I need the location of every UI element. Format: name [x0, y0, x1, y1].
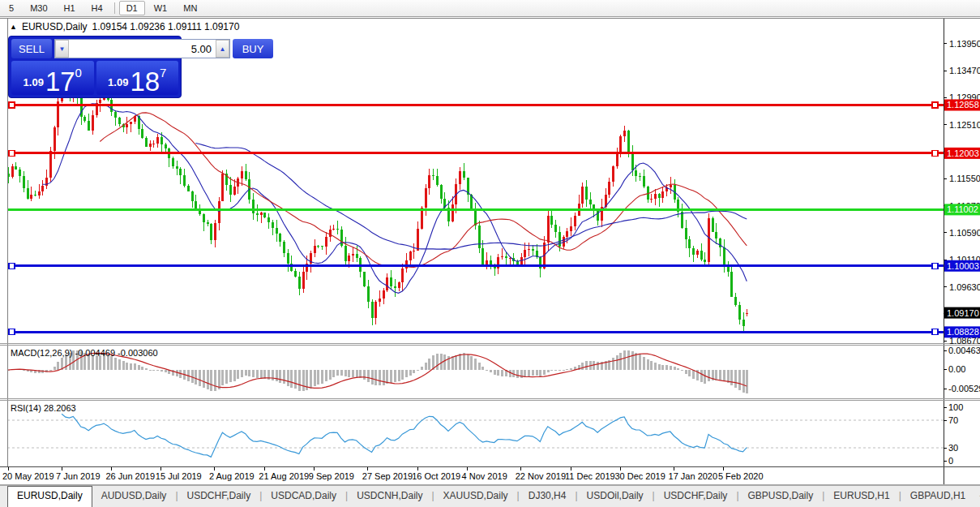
- tab-scroll-controls: ◄►: [974, 486, 980, 507]
- toolbar-separator: [114, 2, 115, 14]
- svg-text:1.11550: 1.11550: [949, 174, 980, 183]
- chart-title: ▲ EURUSD,Daily 1.09154 1.09236 1.09111 1…: [10, 21, 239, 32]
- svg-text:30: 30: [948, 443, 958, 453]
- chart-tab-USDOil-Daily[interactable]: USDOil,Daily: [578, 486, 653, 507]
- symbol-period-label: EURUSD,Daily: [22, 21, 88, 32]
- svg-text:16 Oct 2019: 16 Oct 2019: [412, 471, 460, 481]
- buy-price-base: 1.09: [108, 76, 128, 88]
- svg-text:1.09630: 1.09630: [949, 282, 980, 292]
- macd-indicator-label: MACD(12,26,9) -0.004469 -0.003060: [11, 348, 158, 358]
- svg-text:1.13950: 1.13950: [949, 39, 980, 49]
- timeframe-button-H4[interactable]: H4: [84, 1, 110, 15]
- mt4-window: 5M30H1H4D1W1MN 1.139501.134701.129901.12…: [0, 0, 980, 507]
- svg-text:30 Dec 2019: 30 Dec 2019: [614, 471, 665, 481]
- volume-input[interactable]: [69, 40, 216, 58]
- svg-text:7 Jun 2019: 7 Jun 2019: [56, 471, 100, 481]
- svg-text:4 Nov 2019: 4 Nov 2019: [462, 471, 507, 481]
- buy-price-display[interactable]: 1.09 18 7: [96, 61, 179, 95]
- svg-text:1.11002: 1.11002: [947, 204, 978, 214]
- one-click-trading-panel: SELL ▼ ▲ BUY 1.09 17 0 1.09 18 7: [8, 36, 182, 98]
- ohlc-values: 1.09154 1.09236 1.09111 1.09170: [92, 21, 240, 32]
- svg-text:1.13470: 1.13470: [949, 66, 980, 75]
- chart-tab-USDCHF-Daily[interactable]: USDCHF,Daily: [655, 486, 737, 507]
- rsi-indicator-label: RSI(14) 28.2063: [11, 403, 76, 413]
- svg-text:-0.005299: -0.005299: [948, 384, 980, 393]
- volume-spinner: ▼ ▲: [54, 39, 230, 58]
- svg-text:26 Jun 2019: 26 Jun 2019: [105, 471, 155, 481]
- svg-text:1.12003: 1.12003: [947, 148, 979, 158]
- svg-text:0: 0: [948, 456, 953, 466]
- svg-text:5 Feb 2020: 5 Feb 2020: [718, 471, 764, 481]
- timeframe-button-D1[interactable]: D1: [119, 1, 145, 15]
- buy-price-point: 7: [160, 66, 166, 79]
- timeframe-button-M30[interactable]: M30: [23, 1, 54, 15]
- chart-tab-EURUSD-Daily[interactable]: EURUSD,Daily: [7, 486, 92, 507]
- volume-increase-icon[interactable]: ▲: [216, 40, 229, 58]
- timeframe-button-5[interactable]: 5: [2, 1, 21, 15]
- svg-text:21 Aug 2019: 21 Aug 2019: [259, 471, 309, 481]
- chart-tab-USDCHF-Daily[interactable]: USDCHF,Daily: [178, 486, 260, 507]
- chart-tab-GBPAUD-H1[interactable]: GBPAUD,H1: [901, 486, 974, 507]
- chart-tab-XAUUSD-Daily[interactable]: XAUUSD,Daily: [434, 486, 517, 507]
- chart-tab-bar: EURUSD,DailyAUDUSD,Daily|USDCHF,Daily|US…: [0, 485, 980, 507]
- chart-tab-AUDUSD-Daily[interactable]: AUDUSD,Daily: [92, 486, 176, 507]
- svg-text:1.09170: 1.09170: [947, 308, 979, 318]
- svg-text:1.08828: 1.08828: [947, 327, 979, 337]
- buy-button[interactable]: BUY: [233, 39, 273, 58]
- svg-text:9 Sep 2019: 9 Sep 2019: [309, 471, 354, 481]
- svg-text:17 Jan 2020: 17 Jan 2020: [669, 471, 718, 481]
- chart-tab-USDCNH-Daily[interactable]: USDCNH,Daily: [348, 486, 431, 507]
- svg-text:15 Jul 2019: 15 Jul 2019: [156, 471, 202, 481]
- svg-text:11 Dec 2019: 11 Dec 2019: [565, 471, 615, 481]
- svg-text:0.00: 0.00: [948, 364, 965, 374]
- chart-tab-DJ30-H4[interactable]: DJ30,H4: [520, 486, 576, 507]
- one-click-panel-toggle-icon[interactable]: ▲: [10, 23, 17, 31]
- sell-price-pips: 17: [45, 71, 75, 92]
- chart-tab-GBPUSD-Daily[interactable]: GBPUSD,Daily: [739, 486, 823, 507]
- timeframe-button-H1[interactable]: H1: [57, 1, 83, 15]
- chart-tab-USDCAD-Daily[interactable]: USDCAD,Daily: [262, 486, 345, 507]
- svg-text:1.12510: 1.12510: [949, 120, 980, 130]
- svg-text:0.00463: 0.00463: [948, 346, 980, 355]
- sell-price-point: 0: [75, 66, 82, 79]
- svg-text:100: 100: [948, 402, 963, 412]
- chart-tab-EURUSD-H1[interactable]: EURUSD,H1: [824, 486, 898, 507]
- timeframe-button-MN[interactable]: MN: [176, 1, 204, 15]
- sell-price-base: 1.09: [24, 76, 44, 88]
- svg-text:22 Nov 2019: 22 Nov 2019: [516, 471, 566, 481]
- svg-text:1.10003: 1.10003: [947, 261, 979, 271]
- sell-button[interactable]: SELL: [11, 39, 52, 58]
- svg-text:20 May 2019: 20 May 2019: [2, 471, 54, 481]
- svg-text:27 Sep 2019: 27 Sep 2019: [362, 471, 413, 481]
- sell-price-display[interactable]: 1.09 17 0: [11, 61, 94, 95]
- svg-text:70: 70: [948, 415, 958, 425]
- timeframe-button-W1[interactable]: W1: [147, 1, 175, 15]
- svg-text:1.12858: 1.12858: [947, 100, 979, 110]
- svg-text:1.10590: 1.10590: [949, 228, 980, 238]
- svg-text:2 Aug 2019: 2 Aug 2019: [209, 471, 255, 481]
- timeframe-toolbar: 5M30H1H4D1W1MN: [0, 0, 980, 17]
- volume-decrease-icon[interactable]: ▼: [55, 40, 69, 58]
- buy-price-pips: 18: [130, 71, 160, 92]
